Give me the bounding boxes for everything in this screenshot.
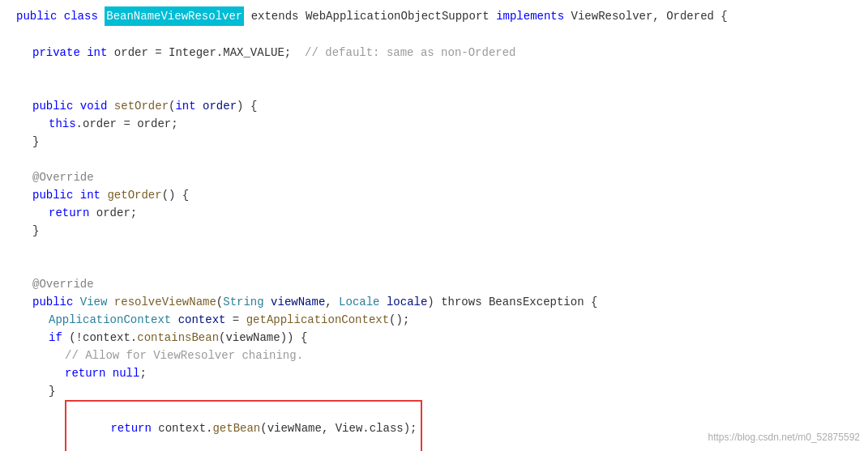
if-condition-2: (viewName)) { — [219, 329, 307, 347]
resolve-params: ( — [216, 293, 223, 311]
annotation-override-2: @Override — [32, 275, 94, 293]
keyword-private: private — [32, 44, 87, 62]
app-context-call: (); — [389, 311, 409, 329]
line-return-null: return null; — [0, 364, 868, 382]
keyword-public-3: public — [32, 186, 80, 204]
implements-clause: ViewResolver, Ordered { — [564, 7, 728, 25]
keyword-public-2: public — [32, 97, 80, 115]
comment-chaining: // Allow for ViewResolver chaining. — [65, 347, 303, 364]
keyword-return-2: return — [65, 364, 113, 382]
method-setorder: setOrder — [114, 97, 169, 115]
boxed-return-statement: return context.getBean(viewName, View.cl… — [65, 400, 422, 451]
type-locale: Locale — [339, 293, 387, 311]
keyword-int-1: int — [87, 44, 114, 62]
brace-close-2: } — [32, 222, 39, 240]
keyword-return-1: return — [49, 204, 96, 222]
var-context: context — [178, 311, 226, 329]
keyword-implements: implements — [496, 7, 564, 25]
comment-default: // default: same as non-Ordered — [305, 44, 515, 62]
line-private-order: private int order = Integer.MAX_VALUE; /… — [0, 44, 868, 62]
keyword-null: null — [113, 364, 140, 382]
line-resolve-decl: public View resolveViewName(String viewN… — [0, 293, 868, 311]
extends-clause: extends WebApplicationObjectSupport — [244, 7, 496, 25]
brace-close-if: } — [49, 382, 55, 400]
return-order-val: order; — [96, 204, 137, 222]
keyword-public-4: public — [32, 293, 80, 311]
line-comment-chaining: // Allow for ViewResolver chaining. — [0, 347, 868, 364]
param-locale: locale — [387, 293, 427, 311]
keyword-public: public — [16, 7, 64, 25]
type-appcontext: ApplicationContext — [49, 311, 178, 329]
var-order: order = Integer.MAX_VALUE; — [114, 44, 305, 62]
method-containsbean: containsBean — [137, 329, 219, 347]
getbean-args: (viewName, View.class); — [260, 422, 417, 435]
app-context-assign: = — [225, 311, 246, 329]
brace-close-1: } — [32, 133, 39, 151]
if-condition: (!context. — [69, 329, 137, 347]
method-resolveviewname: resolveViewName — [114, 293, 216, 311]
method-getappcontext: getApplicationContext — [246, 311, 389, 329]
code-viewer: public class BeanNameViewResolver extend… — [0, 0, 868, 451]
param-order: order — [203, 97, 237, 115]
annotation-override-1: @Override — [32, 168, 94, 186]
return-null-semi: ; — [139, 364, 146, 382]
method-getorder: getOrder — [107, 186, 161, 204]
keyword-this: this — [49, 115, 76, 133]
resolve-throws: ) throws BeansException { — [427, 293, 597, 311]
keyword-void: void — [80, 97, 114, 115]
keyword-class: class — [64, 7, 105, 25]
watermark: https://blog.csdn.net/m0_52875592 — [708, 428, 860, 446]
param-viewname: viewName — [271, 293, 325, 311]
setorder-brace: ) { — [237, 97, 257, 115]
dot-order: .order = order; — [76, 115, 178, 133]
classname-bean-resolver: BeanNameViewResolver — [105, 6, 244, 26]
keyword-if: if — [49, 329, 69, 347]
line-override-2: @Override — [0, 275, 868, 293]
method-getbean: getBean — [212, 422, 260, 435]
line-override-1: @Override — [0, 168, 868, 186]
keyword-int-2: int — [175, 97, 203, 115]
keyword-int-3: int — [80, 186, 108, 204]
line-empty-5 — [0, 240, 868, 257]
line-empty-6 — [0, 257, 868, 275]
line-empty-4 — [0, 151, 868, 168]
line-set-order-decl: public void setOrder(int order) { — [0, 97, 868, 115]
resolve-comma: , — [325, 293, 339, 311]
getorder-params: () { — [162, 186, 190, 204]
context-getbean: context. — [158, 422, 212, 435]
line-empty-3 — [0, 79, 868, 97]
type-string: String — [223, 293, 271, 311]
line-close-if: } — [0, 382, 868, 400]
line-return-order: return order; — [0, 204, 868, 222]
line-app-context: ApplicationContext context = getApplicat… — [0, 311, 868, 329]
line-class-declaration: public class BeanNameViewResolver extend… — [0, 6, 868, 26]
line-get-order-decl: public int getOrder() { — [0, 186, 868, 204]
line-if-contains: if (!context.containsBean(viewName)) { — [0, 329, 868, 347]
line-empty-2 — [0, 62, 868, 79]
type-view: View — [80, 293, 114, 311]
line-empty-1 — [0, 26, 868, 44]
line-close-setorder: } — [0, 133, 868, 151]
line-close-getorder: } — [0, 222, 868, 240]
line-this-order: this.order = order; — [0, 115, 868, 133]
keyword-return-3: return — [110, 422, 158, 435]
setorder-params: ( — [169, 97, 175, 115]
